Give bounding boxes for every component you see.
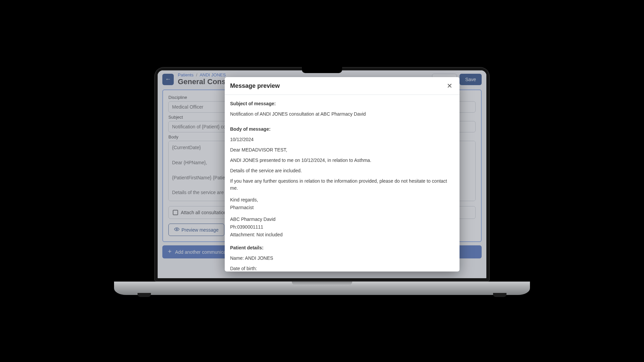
close-icon: ✕ bbox=[447, 82, 452, 90]
screen-viewport: ← Patients / ANDI JONES General Consult … bbox=[158, 70, 486, 278]
body-line3: If you have any further questions in rel… bbox=[230, 178, 454, 192]
pharmacy-name: ABC Pharmacy David bbox=[230, 216, 454, 223]
patient-heading: Patient details: bbox=[230, 244, 454, 251]
screen-bezel: ← Patients / ANDI JONES General Consult … bbox=[154, 67, 490, 282]
patient-name: Name: ANDI JONES bbox=[230, 255, 454, 262]
modal-title: Message preview bbox=[230, 82, 280, 89]
body-line2: Details of the service are included. bbox=[230, 167, 454, 174]
regards-1: Kind regards, bbox=[230, 196, 454, 203]
close-button[interactable]: ✕ bbox=[445, 81, 454, 90]
body-greeting: Dear MEDADVISOR TEST, bbox=[230, 146, 454, 154]
laptop-notch bbox=[302, 67, 342, 73]
patient-dob: Date of birth: bbox=[230, 265, 454, 272]
subject-text: Notification of ANDI JONES consultation … bbox=[230, 111, 454, 118]
body-date: 10/12/2024 bbox=[230, 136, 454, 143]
laptop-base bbox=[114, 282, 530, 295]
regards-2: Pharmacist bbox=[230, 204, 454, 211]
laptop-frame: ← Patients / ANDI JONES General Consult … bbox=[114, 67, 530, 295]
attachment-line: Attachment: Not included bbox=[230, 231, 454, 238]
message-preview-modal: Message preview ✕ Subject of message: No… bbox=[225, 77, 460, 272]
modal-body[interactable]: Subject of message: Notification of ANDI… bbox=[225, 95, 460, 272]
laptop-feet bbox=[114, 293, 530, 298]
body-heading: Body of message: bbox=[230, 126, 454, 133]
pharmacy-phone: Ph:0390001111 bbox=[230, 224, 454, 231]
body-line1: ANDI JONES presented to me on 10/12/2024… bbox=[230, 157, 454, 164]
subject-heading: Subject of message: bbox=[230, 100, 454, 107]
modal-header: Message preview ✕ bbox=[225, 77, 460, 95]
